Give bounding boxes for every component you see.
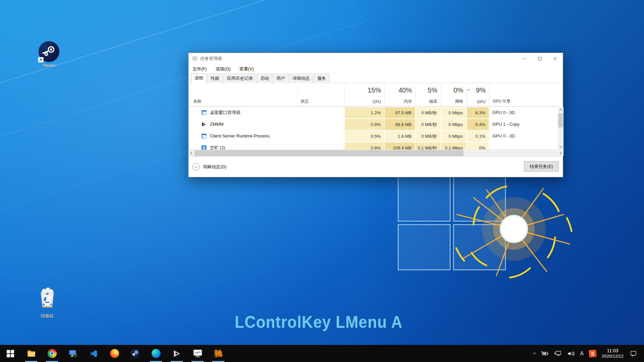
taskbar-item-unity[interactable] bbox=[166, 345, 187, 362]
title-bar[interactable]: 任务管理器 bbox=[189, 53, 563, 64]
process-row[interactable]: 桌面窗口管理器 1.2% 97.5 MB 0 MB/秒 0 Mbps 6.3% … bbox=[189, 107, 558, 119]
menu-view[interactable]: 查看(V) bbox=[239, 66, 254, 72]
tab-bar: 进程 性能 应用历史记录 启动 用户 详细信息 服务 bbox=[189, 73, 563, 83]
clock-date: 2020/12/12 bbox=[602, 354, 624, 359]
window-title: 任务管理器 bbox=[200, 56, 222, 62]
scroll-down-button[interactable] bbox=[558, 144, 564, 149]
taskbar: 驰 A bbox=[0, 345, 644, 362]
scroll-up-button[interactable] bbox=[558, 107, 564, 113]
table-header: 名称 状态 15% CPU 40% 内存 5% 磁盘 0% 网络 9% GPU … bbox=[189, 85, 558, 107]
taskbar-clock[interactable]: 11:03 2020/12/12 bbox=[599, 345, 626, 362]
tab-details[interactable]: 详细信息 bbox=[289, 74, 313, 83]
edge-icon bbox=[152, 349, 161, 358]
tab-services[interactable]: 服务 bbox=[314, 74, 329, 83]
end-task-button[interactable]: 结束任务(E) bbox=[524, 161, 559, 172]
sort-indicator-icon bbox=[468, 87, 470, 92]
tab-performance[interactable]: 性能 bbox=[207, 74, 223, 83]
desktop-icon-label: 回收站 bbox=[31, 313, 63, 319]
watermark-text: LControlKey LMenu A bbox=[235, 312, 402, 332]
column-header-gpu-engine[interactable]: GPU 引擎 bbox=[489, 85, 558, 106]
windows-logo-spark bbox=[386, 158, 594, 312]
shortcut-arrow-icon bbox=[38, 57, 44, 63]
start-button[interactable] bbox=[0, 345, 21, 362]
ime-language-indicator[interactable]: A bbox=[577, 345, 586, 362]
task-manager-app-icon bbox=[192, 56, 198, 61]
menu-options[interactable]: 选项(O) bbox=[216, 66, 231, 72]
network-icon[interactable] bbox=[552, 345, 565, 362]
window-footer: 简略信息(D) 结束任务(E) bbox=[189, 157, 563, 177]
taskbar-item-chrome[interactable] bbox=[42, 345, 62, 362]
column-header-status[interactable]: 状态 bbox=[298, 85, 344, 106]
menu-bar: 文件(F) 选项(O) 查看(V) bbox=[189, 64, 563, 73]
scroll-left-button[interactable] bbox=[189, 150, 194, 156]
minimize-button[interactable] bbox=[517, 53, 532, 64]
recycle-bin-icon bbox=[37, 287, 58, 311]
action-center-icon bbox=[630, 351, 637, 357]
taskbar-item-firefox[interactable] bbox=[104, 345, 125, 362]
clock-time: 11:03 bbox=[607, 348, 618, 354]
asterisk-icon bbox=[201, 145, 207, 149]
vertical-scrollbar[interactable] bbox=[558, 107, 564, 149]
minimize-icon bbox=[523, 59, 526, 59]
process-row[interactable]: ZMMM 0.9% 88.6 MB 0 MB/秒 0 Mbps 5.4% GPU… bbox=[189, 119, 558, 130]
volume-icon[interactable] bbox=[565, 345, 577, 362]
steam-icon bbox=[131, 349, 140, 358]
window-icon bbox=[201, 133, 207, 139]
vscode-icon bbox=[89, 349, 98, 358]
taskbar-item-file-explorer[interactable] bbox=[21, 345, 42, 362]
desktop-icon-recycle-bin[interactable]: 回收站 bbox=[31, 287, 63, 319]
expand-chevron-icon[interactable] bbox=[194, 147, 197, 149]
tab-processes[interactable]: 进程 bbox=[191, 73, 207, 83]
taskbar-item-edge[interactable] bbox=[146, 345, 166, 362]
column-header-gpu[interactable]: 9% GPU bbox=[467, 85, 489, 106]
desktop-icon-label: Steam bbox=[33, 63, 65, 68]
fewer-details-toggle[interactable]: 简略信息(D) bbox=[193, 163, 226, 171]
file-explorer-icon bbox=[27, 349, 36, 358]
chrome-icon bbox=[48, 349, 57, 358]
menu-file[interactable]: 文件(F) bbox=[193, 66, 207, 72]
horizontal-scrollbar[interactable] bbox=[189, 149, 564, 156]
taskbar-item-vscode[interactable] bbox=[83, 345, 104, 362]
system-tray: A S 11:03 2020/12/12 bbox=[531, 345, 644, 362]
vertical-scroll-thumb[interactable] bbox=[558, 113, 563, 127]
taskbar-item-chi-app[interactable]: 驰 bbox=[208, 345, 229, 362]
window-icon bbox=[201, 110, 207, 115]
firefox-icon bbox=[110, 349, 119, 358]
battery-icon[interactable] bbox=[538, 345, 552, 362]
tab-app-history[interactable]: 应用历史记录 bbox=[223, 74, 256, 83]
scroll-right-button[interactable] bbox=[558, 150, 564, 156]
steam-icon bbox=[39, 41, 59, 62]
sogou-ime-icon[interactable]: S bbox=[586, 345, 599, 362]
maximize-icon bbox=[538, 57, 541, 60]
close-icon bbox=[553, 57, 557, 61]
desktop: { "desktop": { "watermark": "LControlKey… bbox=[0, 0, 644, 362]
column-header-disk[interactable]: 5% 磁盘 bbox=[415, 85, 441, 106]
process-list: 桌面窗口管理器 1.2% 97.5 MB 0 MB/秒 0 Mbps 6.3% … bbox=[189, 107, 558, 149]
horizontal-scroll-thumb[interactable] bbox=[195, 150, 464, 156]
task-manager-window: 任务管理器 文件(F) 选项(O) 查看(V) 进程 性能 应用历史记录 启动 … bbox=[188, 53, 563, 177]
desktop-icon-steam[interactable]: Steam bbox=[33, 41, 65, 68]
column-header-name[interactable]: 名称 bbox=[189, 85, 298, 106]
taskbar-item-remote-desktop[interactable] bbox=[62, 345, 83, 362]
close-button[interactable] bbox=[547, 53, 563, 64]
unity-icon bbox=[201, 122, 207, 127]
tray-chevron-up[interactable] bbox=[531, 345, 538, 362]
taskbar-item-steam[interactable] bbox=[125, 345, 146, 362]
remote-desktop-icon bbox=[68, 349, 77, 358]
action-center-button[interactable] bbox=[626, 345, 641, 362]
unity-icon bbox=[172, 349, 181, 358]
tab-users[interactable]: 用户 bbox=[273, 74, 288, 83]
chi-app-icon: 驰 bbox=[215, 348, 222, 359]
task-manager-icon bbox=[193, 349, 202, 358]
process-row[interactable]: Client Server Runtime Process 0.5% 1.6 M… bbox=[189, 130, 558, 142]
column-header-cpu[interactable]: 15% CPU bbox=[344, 85, 384, 106]
process-row[interactable]: 空旷 (2) 0.8% 209.4 MB 0.1 MB/秒 0.1 Mbps 0… bbox=[189, 142, 558, 149]
maximize-button[interactable] bbox=[532, 53, 547, 64]
column-header-network[interactable]: 0% 网络 bbox=[441, 85, 467, 106]
taskbar-item-task-manager[interactable] bbox=[187, 345, 208, 362]
windows-logo-icon bbox=[7, 350, 14, 357]
tab-startup[interactable]: 启动 bbox=[257, 74, 272, 83]
chevron-up-icon bbox=[193, 163, 200, 171]
column-header-memory[interactable]: 40% 内存 bbox=[384, 85, 415, 106]
